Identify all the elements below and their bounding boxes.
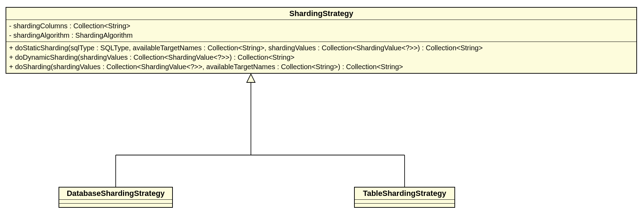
class-attributes: - shardingColumns : Collection<String> -… (6, 20, 636, 42)
class-operations-empty (59, 204, 172, 207)
uml-class-shardingstrategy: ShardingStrategy - shardingColumns : Col… (6, 7, 637, 74)
generalization-arrowhead-icon (247, 74, 255, 82)
operation-row: + doDynamicSharding(shardingValues : Col… (9, 53, 634, 62)
class-title: DatabaseShardingStrategy (59, 188, 172, 200)
operation-row: + doSharding(shardingValues : Collection… (9, 62, 634, 72)
class-attributes-empty (355, 200, 454, 204)
class-attributes-empty (59, 200, 172, 204)
operation-row: + doStaticSharding(sqlType : SQLType, av… (9, 43, 634, 53)
class-title: TableShardingStrategy (355, 188, 454, 200)
uml-class-tableshardingstrategy: TableShardingStrategy (354, 187, 455, 208)
attribute-row: - shardingAlgorithm : ShardingAlgorithm (9, 31, 634, 40)
uml-class-databaseshardingstrategy: DatabaseShardingStrategy (59, 187, 173, 208)
class-operations: + doStaticSharding(sqlType : SQLType, av… (6, 42, 636, 73)
class-title: ShardingStrategy (6, 8, 636, 20)
class-operations-empty (355, 204, 454, 207)
attribute-row: - shardingColumns : Collection<String> (9, 21, 634, 31)
